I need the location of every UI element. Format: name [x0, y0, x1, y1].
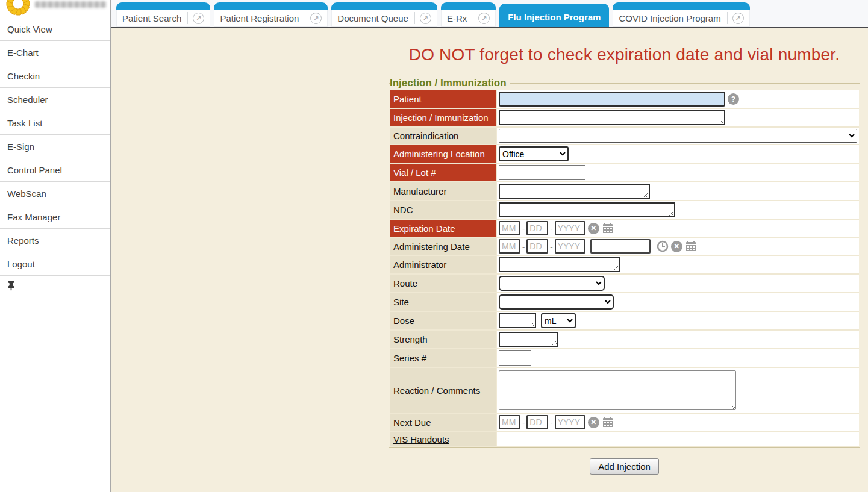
series-input[interactable]: [499, 350, 531, 366]
clear-date-icon[interactable]: ✕: [588, 223, 599, 234]
patient-label: Patient: [390, 90, 496, 108]
calendar-icon[interactable]: [602, 222, 614, 234]
sidebar-item-fax-manager[interactable]: Fax Manager: [0, 205, 110, 229]
dose-label: Dose: [390, 312, 496, 329]
injection-label: Injection / Immunization: [390, 109, 496, 126]
open-in-window-icon[interactable]: ↗: [732, 13, 744, 24]
tab-covid-injection-program[interactable]: COVID Injection Program ↗: [613, 2, 749, 27]
sidebar-item-webscan[interactable]: WebScan: [0, 182, 110, 205]
form-row-dose: Dose mL: [390, 312, 859, 329]
sidebar-item-task-list[interactable]: Task List: [0, 111, 110, 135]
route-label: Route: [390, 275, 496, 292]
expiration-date-label: Expiration Date: [390, 220, 496, 237]
form-row-ndc: NDC: [390, 201, 859, 219]
tab-divider: [305, 12, 305, 24]
contraindication-label: Contraindication: [390, 128, 496, 144]
logo-text-redacted: [35, 1, 106, 8]
tab-label: Document Queue: [337, 13, 408, 23]
reaction-comments-input[interactable]: [499, 370, 736, 410]
injection-immunization-fieldset: Injection / Immunization Patient ? Injec…: [389, 77, 860, 448]
contraindication-select[interactable]: [499, 129, 857, 143]
sidebar-item-label: Control Panel: [7, 165, 62, 175]
next-due-year-input[interactable]: [555, 415, 585, 429]
dose-unit-select[interactable]: mL: [541, 313, 576, 328]
administering-time-input[interactable]: [590, 239, 651, 254]
tab-patient-search[interactable]: Patient Search ↗: [116, 2, 210, 27]
tab-accent-cap: [214, 2, 328, 10]
tab-e-rx[interactable]: E-Rx ↗: [441, 2, 496, 27]
tab-label: COVID Injection Program: [619, 13, 720, 23]
sidebar-item-label: E-Sign: [7, 142, 34, 152]
reaction-comments-label: Reaction / Comments: [390, 368, 496, 413]
open-in-window-icon[interactable]: ↗: [478, 13, 490, 24]
administering-year-input[interactable]: [555, 239, 585, 254]
help-icon[interactable]: ?: [728, 93, 739, 105]
site-select[interactable]: [499, 294, 614, 310]
expiration-month-input[interactable]: [499, 221, 520, 235]
form-row-expiration-date: Expiration Date - - ✕: [390, 220, 859, 237]
sidebar-item-quick-view[interactable]: Quick View: [0, 17, 110, 41]
route-select[interactable]: [499, 276, 605, 291]
sidebar-item-e-chart[interactable]: E-Chart: [0, 41, 110, 64]
tab-accent-cap: [441, 2, 496, 10]
calendar-icon[interactable]: [685, 240, 697, 252]
form-row-injection: Injection / Immunization: [390, 109, 859, 126]
tab-patient-registration[interactable]: Patient Registration ↗: [214, 2, 328, 27]
tab-divider: [414, 12, 415, 24]
injection-form-table: Patient ? Injection / Immunization: [390, 90, 859, 447]
form-row-reaction-comments: Reaction / Comments: [390, 368, 859, 413]
form-row-manufacturer: Manufacturer: [390, 182, 859, 200]
clock-icon[interactable]: [657, 240, 669, 252]
sidebar-item-scheduler[interactable]: Scheduler: [0, 88, 110, 111]
ndc-label: NDC: [390, 201, 496, 219]
clear-date-icon[interactable]: ✕: [588, 417, 599, 428]
date-separator: -: [550, 418, 552, 427]
vial-lot-input[interactable]: [499, 165, 585, 180]
add-injection-button[interactable]: Add Injection: [590, 458, 659, 475]
sidebar-item-label: Task List: [7, 118, 42, 128]
form-row-patient: Patient ?: [390, 90, 859, 108]
administering-day-input[interactable]: [526, 239, 548, 254]
sidebar-item-control-panel[interactable]: Control Panel: [0, 158, 110, 182]
open-in-window-icon[interactable]: ↗: [310, 13, 322, 24]
sidebar-item-reports[interactable]: Reports: [0, 229, 110, 252]
sidebar-item-checkin[interactable]: Checkin: [0, 64, 110, 88]
date-separator: -: [522, 224, 525, 233]
manufacturer-input[interactable]: [499, 184, 650, 199]
sidebar-item-logout[interactable]: Logout: [0, 252, 110, 276]
strength-label: Strength: [390, 331, 496, 348]
patient-input[interactable]: [499, 92, 725, 107]
open-in-window-icon[interactable]: ↗: [193, 13, 204, 24]
expiration-day-input[interactable]: [526, 221, 548, 235]
dose-input[interactable]: [499, 313, 536, 328]
date-separator: -: [522, 418, 525, 427]
next-due-month-input[interactable]: [499, 415, 520, 429]
app-window: Quick View E-Chart Checkin Scheduler Tas…: [0, 0, 868, 492]
administrator-input[interactable]: [499, 257, 620, 272]
tab-accent-cap: [499, 4, 609, 10]
strength-input[interactable]: [499, 332, 558, 347]
tab-accent-cap: [116, 2, 210, 10]
sidebar: Quick View E-Chart Checkin Scheduler Tas…: [0, 0, 111, 492]
site-label: Site: [390, 293, 496, 311]
form-row-contraindication: Contraindication: [390, 128, 859, 144]
tab-flu-injection-program[interactable]: Flu Injection Program: [499, 4, 609, 27]
administering-month-input[interactable]: [499, 239, 520, 254]
date-separator: -: [550, 242, 552, 251]
vis-handouts-link[interactable]: VIS Handouts: [393, 434, 449, 444]
sidebar-pin-toggle[interactable]: [0, 276, 110, 296]
clear-date-icon[interactable]: ✕: [671, 241, 682, 252]
calendar-icon[interactable]: [602, 416, 614, 428]
expiration-year-input[interactable]: [555, 221, 585, 235]
injection-input[interactable]: [499, 110, 725, 125]
open-in-window-icon[interactable]: ↗: [420, 13, 431, 24]
sidebar-item-label: Fax Manager: [7, 212, 60, 222]
fieldset-legend: Injection / Immunization: [390, 77, 510, 89]
next-due-day-input[interactable]: [526, 415, 548, 429]
form-row-administrator: Administrator: [390, 256, 859, 273]
sidebar-item-e-sign[interactable]: E-Sign: [0, 135, 110, 158]
ndc-input[interactable]: [499, 202, 675, 217]
series-label: Series #: [390, 349, 496, 367]
tab-document-queue[interactable]: Document Queue ↗: [331, 2, 437, 27]
administering-location-select[interactable]: Office: [499, 146, 569, 161]
